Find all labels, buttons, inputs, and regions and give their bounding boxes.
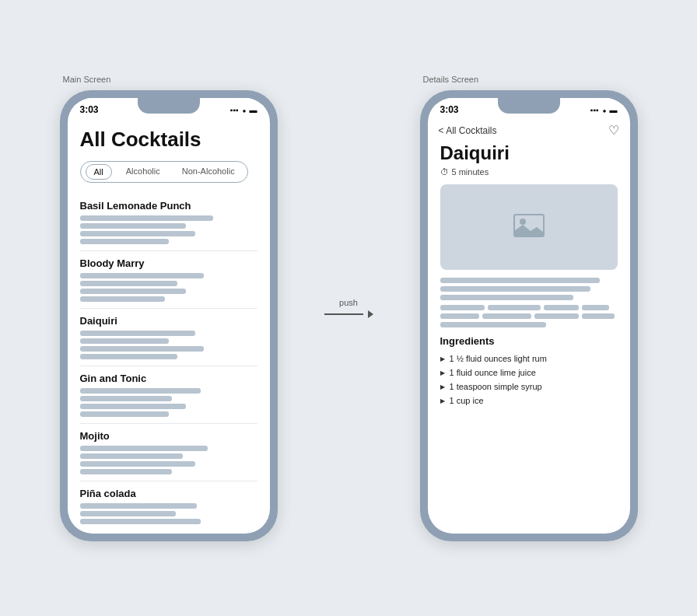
detail-notch — [498, 98, 560, 114]
filter-tab-alcoholic[interactable]: Alcoholic — [118, 164, 168, 180]
list-item[interactable]: Mojito — [80, 424, 257, 481]
placeholder-line — [80, 354, 177, 359]
placeholder-line — [80, 296, 165, 302]
ingredient-arrow-icon: ▶ — [440, 397, 445, 404]
desc-line — [440, 295, 573, 300]
detail-status-time: 3:03 — [440, 104, 459, 115]
arrow-label: push — [339, 298, 358, 307]
placeholder-lines — [80, 388, 257, 417]
cocktail-name: Daiquiri — [80, 315, 257, 327]
cocktail-name-gin: Gin and Tonic — [80, 373, 257, 384]
placeholder-line — [80, 223, 187, 229]
time-label: 5 minutes — [452, 167, 489, 177]
placeholder-line — [80, 346, 205, 352]
wifi-icon: ⬥ — [242, 106, 247, 114]
desc-line — [482, 313, 532, 319]
placeholder-line — [80, 231, 195, 236]
placeholder-line — [80, 281, 177, 286]
arrow-head — [368, 310, 373, 318]
placeholder-line — [80, 239, 169, 244]
desc-line — [440, 313, 479, 319]
ingredients-section: Ingredients ▶ 1 ½ fluid ounces light rum… — [440, 335, 618, 408]
wifi-icon: ⬥ — [602, 106, 607, 114]
placeholder-line — [80, 503, 197, 509]
arrow-shaft — [324, 313, 363, 315]
filter-tabs: All Alcoholic Non-Alcoholic — [80, 161, 248, 183]
placeholder-line — [80, 404, 187, 409]
svg-point-1 — [520, 219, 526, 225]
main-phone-inner: 3:03 ▪▪▪ ⬥ ▬ All Cocktails All Alcoholic… — [68, 98, 270, 534]
list-item[interactable]: Piña colada — [80, 481, 257, 524]
detail-nav: < All Cocktails ♡ — [428, 118, 630, 142]
signal-icon: ▪▪▪ — [590, 106, 599, 114]
ingredient-item[interactable]: ▶ 1 ½ fluid ounces light rum — [440, 352, 618, 366]
page-title: All Cocktails — [80, 128, 257, 152]
main-screen-label: Main Screen — [60, 75, 111, 84]
main-status-bar: 3:03 ▪▪▪ ⬥ ▬ — [68, 98, 270, 118]
filter-tab-all[interactable]: All — [86, 164, 112, 180]
placeholder-line — [80, 273, 205, 278]
cocktail-list: Basil Lemonade Punch Bloody Marry — [80, 194, 257, 524]
placeholder-line — [80, 411, 169, 417]
cocktail-name: Piña colada — [80, 488, 257, 499]
main-status-icons: ▪▪▪ ⬥ ▬ — [230, 106, 257, 114]
list-item[interactable]: Daiquiri — [80, 309, 257, 366]
desc-line — [440, 278, 600, 283]
desc-line — [534, 313, 579, 319]
main-screen-wrapper: Main Screen 3:03 ▪▪▪ ⬥ ▬ All Cocktails — [60, 75, 278, 541]
ingredient-label: 1 ½ fluid ounces light rum — [450, 354, 547, 363]
placeholder-lines — [80, 273, 257, 302]
ingredient-item[interactable]: ▶ 1 teaspoon simple syrup — [440, 380, 618, 394]
push-arrow: push — [324, 298, 373, 318]
list-item[interactable]: Gin and Tonic — [80, 366, 257, 424]
cocktail-name: Mojito — [80, 430, 257, 442]
main-screen-content: All Cocktails All Alcoholic Non-Alcoholi… — [68, 118, 270, 534]
list-item[interactable]: Basil Lemonade Punch — [80, 194, 257, 251]
desc-line — [488, 305, 541, 310]
placeholder-lines — [80, 446, 257, 474]
clock-icon: ⏱ — [440, 167, 449, 177]
placeholder-line — [80, 388, 201, 394]
main-phone-frame: 3:03 ▪▪▪ ⬥ ▬ All Cocktails All Alcoholic… — [60, 90, 278, 541]
ingredient-arrow-icon: ▶ — [440, 355, 445, 362]
ingredient-arrow-icon: ▶ — [440, 369, 445, 376]
detail-status-icons: ▪▪▪ ⬥ ▬ — [590, 106, 618, 114]
placeholder-line — [80, 215, 213, 221]
list-item[interactable]: Bloody Marry — [80, 251, 257, 309]
ingredient-label: 1 teaspoon simple syrup — [450, 382, 542, 391]
detail-time: ⏱ 5 minutes — [440, 167, 618, 177]
battery-icon: ▬ — [610, 106, 618, 114]
desc-line — [440, 322, 547, 327]
back-button[interactable]: < All Cocktails — [439, 125, 497, 136]
battery-icon: ▬ — [250, 106, 257, 114]
desc-line — [582, 313, 614, 319]
cocktail-name: Bloody Marry — [80, 257, 257, 269]
detail-title: Daiquiri — [440, 142, 618, 164]
detail-screen-label: Details Screen — [420, 75, 479, 84]
favorite-icon[interactable]: ♡ — [608, 123, 619, 138]
placeholder-line — [80, 289, 187, 294]
placeholder-line — [80, 461, 195, 467]
screens-container: Main Screen 3:03 ▪▪▪ ⬥ ▬ All Cocktails — [0, 59, 697, 557]
ingredient-arrow-icon: ▶ — [440, 383, 445, 390]
desc-line — [544, 305, 580, 310]
ingredient-label: 1 cup ice — [450, 396, 484, 405]
desc-line — [440, 305, 485, 310]
placeholder-line — [80, 396, 173, 401]
detail-phone-frame: 3:03 ▪▪▪ ⬥ ▬ < All Cocktails ♡ Daiquiri — [420, 90, 638, 541]
ingredient-item[interactable]: ▶ 1 fluid ounce lime juice — [440, 366, 618, 380]
desc-line — [582, 305, 608, 310]
arrow-line — [324, 310, 373, 318]
placeholder-line — [80, 338, 169, 344]
ingredient-label: 1 fluid ounce lime juice — [450, 368, 536, 377]
main-status-time: 3:03 — [80, 104, 99, 115]
desc-line — [440, 286, 591, 292]
filter-tab-non-alcoholic[interactable]: Non-Alcoholic — [174, 164, 243, 180]
detail-content: Daiquiri ⏱ 5 minutes — [428, 142, 630, 534]
main-notch — [138, 98, 200, 114]
ingredient-item[interactable]: ▶ 1 cup ice — [440, 394, 618, 408]
placeholder-line — [80, 453, 183, 459]
detail-screen-wrapper: Details Screen 3:03 ▪▪▪ ⬥ ▬ < All Cockta… — [420, 75, 638, 541]
placeholder-lines — [80, 331, 257, 359]
image-placeholder-icon — [513, 214, 545, 240]
